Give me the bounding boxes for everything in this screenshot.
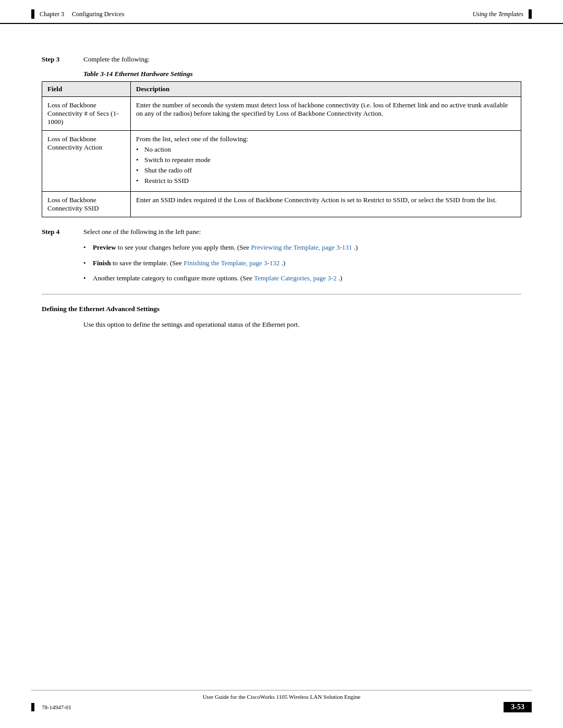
- footer-doc-number: 78-14947-01: [42, 704, 71, 710]
- template-categories-link[interactable]: Template Categories, page 3-2: [254, 274, 337, 282]
- another-suffix: .): [338, 274, 342, 282]
- step4-bullets: Preview to see your changes before you a…: [83, 242, 521, 283]
- footer-doc-num: 78-14947-01: [31, 703, 71, 711]
- section-block: Defining the Ethernet Advanced Settings …: [42, 305, 521, 330]
- table-row: Loss of Backbone Connectivity SSID Enter…: [42, 192, 521, 217]
- field-3: Loss of Backbone Connectivity SSID: [42, 192, 131, 217]
- table-title: Table 3-14 Ethernet Hardware Settings: [83, 70, 521, 78]
- page-footer: User Guide for the CiscoWorks 1105 Wirel…: [0, 690, 563, 712]
- step4-label: Step 4: [42, 228, 78, 236]
- action-list: No action Switch to repeater mode Shut t…: [136, 145, 516, 185]
- list-item: Shut the radio off: [136, 166, 516, 175]
- desc-2: From the list, select one of the followi…: [131, 131, 521, 192]
- col-field: Field: [42, 82, 131, 97]
- page: Chapter 3 Configuring Devices Using the …: [0, 0, 563, 728]
- list-item: Another template category to configure m…: [83, 273, 521, 283]
- footer-content: User Guide for the CiscoWorks 1105 Wirel…: [0, 694, 563, 700]
- finish-suffix: .): [282, 259, 286, 267]
- list-item: Switch to repeater mode: [136, 156, 516, 164]
- section-body: Use this option to define the settings a…: [83, 319, 521, 330]
- step3-label: Step 3: [42, 55, 78, 64]
- col-description: Description: [131, 82, 521, 97]
- preview-text: to see your changes before you apply the…: [118, 243, 251, 251]
- table-header-row: Field Description: [42, 82, 521, 97]
- section-divider: [42, 294, 521, 294]
- table-row: Loss of Backbone Connectivity Action Fro…: [42, 131, 521, 192]
- preview-suffix: .): [354, 243, 358, 251]
- preview-link[interactable]: Previewing the Template, page 3-131: [251, 243, 352, 251]
- main-content: Step 3 Complete the following: Table 3-1…: [0, 24, 563, 330]
- step3-row: Step 3 Complete the following:: [42, 55, 521, 64]
- header-right-title: Using the Templates: [472, 10, 523, 18]
- footer-bottom: 78-14947-01 3-53: [0, 700, 563, 712]
- header-bar-right: [529, 9, 532, 19]
- another-text: Another template category to configure m…: [93, 274, 254, 282]
- chapter-title: Configuring Devices: [72, 10, 124, 18]
- list-item: Preview to see your changes before you a…: [83, 242, 521, 253]
- table-row: Loss of Backbone Connectivity # of Secs …: [42, 97, 521, 131]
- footer-divider: [31, 690, 532, 690]
- finish-link[interactable]: Finishing the Template, page 3-132: [183, 259, 279, 267]
- finish-bold: Finish: [93, 259, 111, 267]
- chapter-label: Chapter 3: [40, 10, 64, 18]
- footer-bar-left: [31, 703, 34, 711]
- finish-text: to save the template. (See: [113, 259, 183, 267]
- footer-guide-title: User Guide for the CiscoWorks 1105 Wirel…: [203, 694, 361, 700]
- desc-1: Enter the number of seconds the system m…: [131, 97, 521, 131]
- desc-3: Enter an SSID index required if the Loss…: [131, 192, 521, 217]
- list-item: Restrict to SSID: [136, 177, 516, 185]
- step4-content: Preview to see your changes before you a…: [83, 242, 521, 283]
- step4-text: Select one of the following in the left …: [83, 228, 201, 236]
- step4-row: Step 4 Select one of the following in th…: [42, 228, 521, 236]
- field-2: Loss of Backbone Connectivity Action: [42, 131, 131, 192]
- section-heading: Defining the Ethernet Advanced Settings: [42, 305, 521, 313]
- page-header: Chapter 3 Configuring Devices Using the …: [0, 0, 563, 24]
- header-right: Using the Templates: [472, 9, 532, 19]
- field-1: Loss of Backbone Connectivity # of Secs …: [42, 97, 131, 131]
- settings-table: Field Description Loss of Backbone Conne…: [42, 81, 521, 217]
- list-item: Finish to save the template. (See Finish…: [83, 258, 521, 268]
- list-item: No action: [136, 145, 516, 154]
- header-left: Chapter 3 Configuring Devices: [31, 9, 124, 19]
- desc-2-intro: From the list, select one of the followi…: [136, 135, 248, 143]
- preview-bold: Preview: [93, 243, 116, 251]
- step3-text: Complete the following:: [83, 55, 150, 64]
- header-chapter: Chapter 3 Configuring Devices: [40, 10, 124, 18]
- footer-page-badge: 3-53: [504, 702, 532, 712]
- header-bar-left: [31, 9, 34, 19]
